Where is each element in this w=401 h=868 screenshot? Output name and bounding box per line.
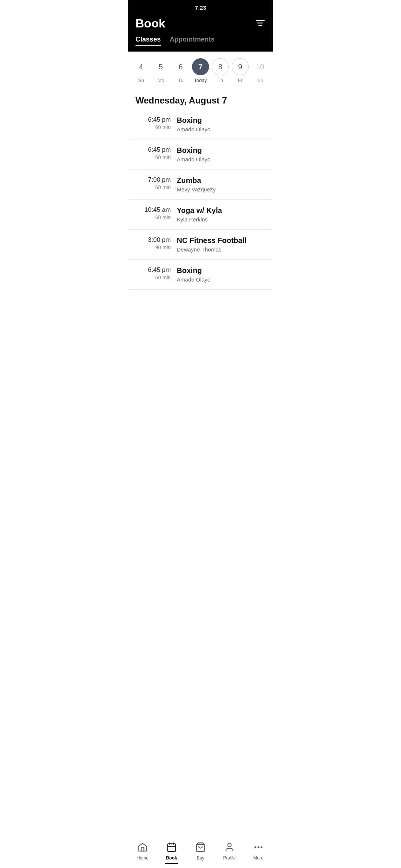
class-details-4: Yoga w/ Kyla Kyla Perkins — [177, 206, 265, 223]
class-item-1[interactable]: 6:45 pm 60 min Boxing Amado Olayo — [128, 109, 273, 139]
day-label-7: Today — [194, 78, 207, 83]
day-number-5: 5 — [152, 58, 169, 75]
calendar-day-6[interactable]: 6 Tu — [172, 58, 189, 83]
day-label-4: Su — [138, 78, 144, 83]
class-time-4: 10:45 am 60 min — [136, 206, 171, 220]
day-number-9: 9 — [232, 58, 249, 75]
class-time-6: 6:45 pm 60 min — [136, 266, 171, 280]
class-details-5: NC Fitness Football Dewayne Thomas — [177, 236, 265, 253]
class-details-1: Boxing Amado Olayo — [177, 116, 265, 132]
calendar-day-5[interactable]: 5 Mo — [152, 58, 169, 83]
day-number-4: 4 — [133, 58, 150, 75]
class-item-3[interactable]: 7:00 pm 60 min Zumba Mevy Vazquezy — [128, 170, 273, 200]
calendar-strip: 4 Su 5 Mo 6 Tu 7 Today 8 Th 9 Fr 10 Sa — [128, 52, 273, 87]
day-label-10: Sa — [257, 78, 263, 83]
calendar-day-4[interactable]: 4 Su — [133, 58, 150, 83]
tab-appointments[interactable]: Appointments — [170, 36, 215, 46]
header: Book — [128, 13, 273, 36]
date-heading: Wednesday, August 7 — [128, 87, 273, 109]
class-details-6: Boxing Amado Olayo — [177, 266, 265, 283]
day-number-6: 6 — [172, 58, 189, 75]
calendar-day-9[interactable]: 9 Fr — [232, 58, 249, 83]
class-time-3: 7:00 pm 60 min — [136, 176, 171, 190]
status-bar: 7:23 — [128, 0, 273, 13]
filter-button[interactable] — [255, 18, 265, 30]
class-time-2: 6:45 pm 60 min — [136, 146, 171, 160]
class-item-5[interactable]: 3:00 pm 90 min NC Fitness Football Deway… — [128, 230, 273, 260]
status-time: 7:23 — [195, 4, 206, 11]
day-label-6: Tu — [178, 78, 183, 83]
class-details-2: Boxing Amado Olayo — [177, 146, 265, 162]
tab-navigation: Classes Appointments — [128, 36, 273, 52]
class-time-5: 3:00 pm 90 min — [136, 236, 171, 250]
tab-classes[interactable]: Classes — [136, 36, 161, 46]
day-number-8: 8 — [212, 58, 229, 75]
page-title: Book — [136, 17, 165, 30]
day-label-5: Mo — [157, 78, 164, 83]
day-number-10: 10 — [251, 58, 268, 75]
class-item-2[interactable]: 6:45 pm 60 min Boxing Amado Olayo — [128, 139, 273, 170]
day-label-8: Th — [218, 78, 223, 83]
class-list: 6:45 pm 60 min Boxing Amado Olayo 6:45 p… — [128, 109, 273, 334]
calendar-day-8[interactable]: 8 Th — [212, 58, 229, 83]
day-label-9: Fr — [238, 78, 242, 83]
class-item-4[interactable]: 10:45 am 60 min Yoga w/ Kyla Kyla Perkin… — [128, 200, 273, 230]
day-number-7: 7 — [192, 58, 209, 75]
class-item-6[interactable]: 6:45 pm 60 min Boxing Amado Olayo — [128, 260, 273, 290]
calendar-day-7-today[interactable]: 7 Today — [192, 58, 209, 83]
class-time-1: 6:45 pm 60 min — [136, 116, 171, 130]
calendar-day-10[interactable]: 10 Sa — [251, 58, 268, 83]
class-details-3: Zumba Mevy Vazquezy — [177, 176, 265, 193]
